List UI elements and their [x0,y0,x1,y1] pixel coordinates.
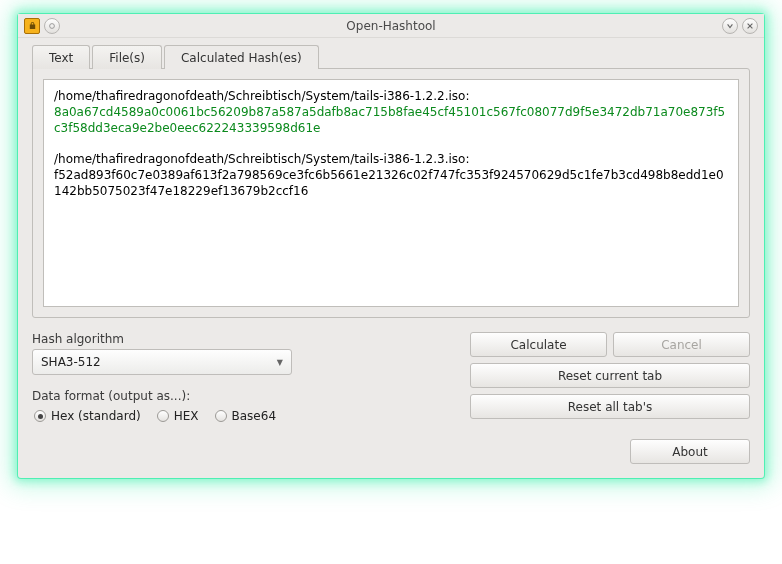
window-title: Open-Hashtool [18,19,764,33]
algo-label: Hash algorithm [32,332,460,346]
titlebar: Open-Hashtool [18,14,764,38]
about-button[interactable]: About [630,439,750,464]
algo-dropdown[interactable]: SHA3-512 ▼ [32,349,292,375]
radio-dot-icon [34,410,46,422]
chevron-down-icon: ▼ [277,358,283,367]
lock-icon [24,18,40,34]
radio-hex-standard[interactable]: Hex (standard) [34,409,141,423]
minimize-button[interactable] [722,18,738,34]
radio-base64[interactable]: Base64 [215,409,277,423]
tab-files[interactable]: File(s) [92,45,162,69]
results-box[interactable]: /home/thafiredragonofdeath/Schreibtisch/… [43,79,739,307]
format-label: Data format (output as...): [32,389,460,403]
tab-bar: Text File(s) Calculated Hash(es) [32,44,750,68]
algo-value: SHA3-512 [41,355,101,369]
result-path: /home/thafiredragonofdeath/Schreibtisch/… [54,151,728,167]
radio-hex-upper[interactable]: HEX [157,409,199,423]
cancel-button[interactable]: Cancel [613,332,750,357]
result-hash: f52ad893f60c7e0389af613f2a798569ce3fc6b5… [54,167,728,199]
reset-all-button[interactable]: Reset all tab's [470,394,750,419]
tab-panel: /home/thafiredragonofdeath/Schreibtisch/… [32,68,750,318]
calculate-button[interactable]: Calculate [470,332,607,357]
radio-dot-icon [157,410,169,422]
svg-point-0 [50,23,55,28]
tab-calculated[interactable]: Calculated Hash(es) [164,45,319,69]
radio-dot-icon [215,410,227,422]
tab-text[interactable]: Text [32,45,90,69]
result-path: /home/thafiredragonofdeath/Schreibtisch/… [54,88,728,104]
window-menu-button[interactable] [44,18,60,34]
close-button[interactable] [742,18,758,34]
window-frame: Open-Hashtool Text File(s) Calculated Ha… [18,14,764,478]
reset-current-button[interactable]: Reset current tab [470,363,750,388]
result-hash: 8a0a67cd4589a0c0061bc56209b87a587a5dafb8… [54,104,728,136]
